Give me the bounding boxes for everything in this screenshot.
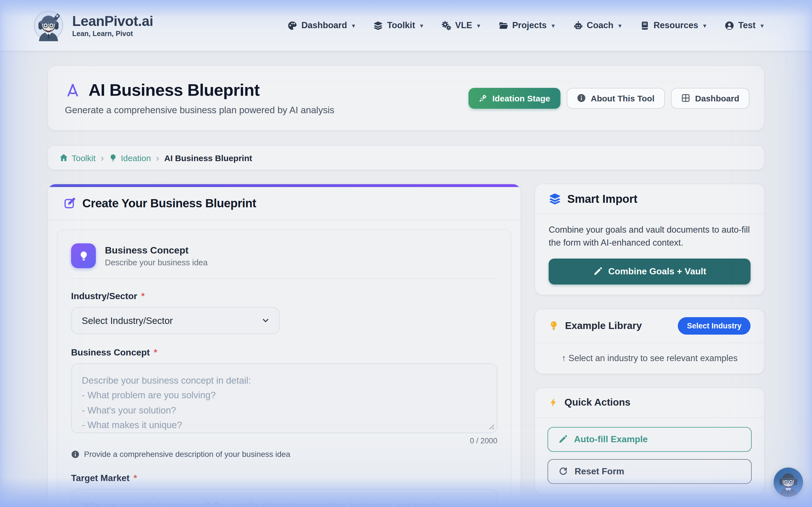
nav-label: Test	[738, 20, 755, 31]
book-icon	[640, 20, 650, 30]
chevron-down-icon	[261, 316, 270, 325]
nav-menu: Dashboard ▾ Toolkit ▾ VLE ▾ Projects ▾ C…	[288, 20, 763, 31]
autofill-example-label: Auto-fill Example	[574, 434, 648, 444]
breadcrumb-label: Toolkit	[71, 153, 96, 163]
target-market-label: Target Market*	[71, 473, 497, 483]
concept-help: Provide a comprehensive description of y…	[71, 450, 497, 459]
assistant-mascot-button[interactable]	[774, 467, 803, 497]
layers-icon	[373, 20, 383, 30]
breadcrumb-separator: ›	[101, 153, 104, 163]
nav-item-resources[interactable]: Resources ▾	[640, 20, 706, 31]
chevron-down-icon: ▾	[352, 22, 355, 29]
app-viewport: LeanPivot.ai Lean, Learn, Pivot Dashboar…	[0, 0, 812, 507]
chevron-down-icon: ▾	[552, 22, 555, 29]
home-icon	[59, 153, 68, 162]
lightbulb-icon	[109, 154, 117, 162]
concept-textarea[interactable]	[71, 363, 497, 433]
nav-label: Toolkit	[387, 20, 415, 31]
rocket-icon	[479, 94, 487, 102]
nav-item-projects[interactable]: Projects ▾	[499, 20, 555, 31]
breadcrumb-label: Ideation	[121, 153, 151, 163]
required-asterisk: *	[141, 291, 145, 301]
palette-icon	[288, 20, 297, 30]
nav-label: Projects	[512, 20, 547, 31]
select-industry-button[interactable]: Select Industry	[678, 317, 751, 334]
chevron-down-icon: ▾	[477, 22, 480, 29]
gears-icon	[442, 20, 451, 30]
lightning-icon	[549, 398, 558, 407]
pencil-icon	[558, 435, 567, 444]
chevron-down-icon: ▾	[619, 22, 621, 29]
lightbulb-icon	[78, 250, 89, 261]
chevron-down-icon: ▾	[420, 22, 423, 29]
nav-item-toolkit[interactable]: Toolkit ▾	[373, 20, 423, 31]
compass-tool-icon	[65, 82, 81, 98]
breadcrumb-separator: ›	[156, 153, 159, 163]
accent-topbar	[48, 184, 520, 187]
refresh-icon	[558, 466, 568, 476]
about-tool-label: About This Tool	[591, 93, 654, 103]
breadcrumb-toolkit[interactable]: Toolkit	[59, 153, 96, 163]
pencil-icon	[593, 267, 602, 276]
top-nav: LeanPivot.ai Lean, Learn, Pivot Dashboar…	[0, 0, 812, 51]
mascot-avatar	[774, 467, 803, 497]
brand-tagline: Lean, Learn, Pivot	[72, 30, 153, 38]
up-arrow-icon: ↑	[562, 353, 566, 362]
quick-actions-card: Quick Actions Auto-fill Example Reset Fo…	[535, 387, 765, 494]
industry-select[interactable]: Select Industry/Sector	[71, 307, 280, 334]
reset-form-button[interactable]: Reset Form	[548, 459, 752, 484]
info-icon	[576, 94, 586, 103]
blueprint-form-card: Create Your Business Blueprint Business …	[47, 184, 521, 507]
nav-label: Dashboard	[301, 20, 347, 31]
nav-label: Resources	[654, 20, 698, 31]
chevron-down-icon: ▾	[761, 22, 763, 29]
breadcrumb: Toolkit › Ideation › AI Business Bluepri…	[47, 145, 765, 170]
combine-goals-vault-button[interactable]: Combine Goals + Vault	[549, 258, 751, 284]
nav-item-coach[interactable]: Coach ▾	[573, 20, 621, 31]
example-library-empty-text: Select an industry to see relevant examp…	[568, 353, 738, 362]
resize-grip-icon[interactable]	[488, 424, 495, 430]
ideation-stage-label: Ideation Stage	[492, 93, 550, 103]
nav-item-vle[interactable]: VLE ▾	[442, 20, 480, 31]
nav-label: Coach	[587, 20, 613, 31]
combine-goals-vault-label: Combine Goals + Vault	[608, 266, 706, 276]
char-counter: 0 / 2000	[71, 437, 497, 445]
brand-title: LeanPivot.ai	[72, 13, 153, 29]
autofill-example-button[interactable]: Auto-fill Example	[548, 427, 752, 452]
page-title: AI Business Blueprint	[89, 80, 260, 100]
concept-label: Business Concept*	[71, 348, 497, 358]
ideation-stage-button[interactable]: Ideation Stage	[469, 88, 560, 108]
lightbulb-icon	[549, 321, 559, 331]
smart-import-card: Smart Import Combine your goals and vaul…	[535, 184, 765, 295]
pencil-square-icon	[64, 197, 76, 210]
info-icon	[71, 450, 80, 458]
nav-item-user[interactable]: Test ▾	[725, 20, 763, 31]
nav-item-dashboard[interactable]: Dashboard ▾	[288, 20, 355, 31]
robot-icon	[573, 20, 583, 30]
breadcrumb-ideation[interactable]: Ideation	[109, 153, 151, 163]
example-library-title: Example Library	[565, 320, 642, 332]
grid-icon	[681, 94, 690, 103]
layers-icon	[549, 193, 561, 205]
required-asterisk: *	[154, 348, 157, 358]
quick-actions-title: Quick Actions	[564, 397, 630, 408]
nav-label: VLE	[455, 20, 472, 31]
sidebar: Smart Import Combine your goals and vaul…	[535, 184, 765, 507]
chevron-down-icon: ▾	[703, 22, 706, 29]
target-market-textarea[interactable]	[71, 489, 497, 507]
section-icon-tile	[71, 243, 96, 268]
page-subtitle: Generate a comprehensive business plan p…	[65, 105, 335, 115]
hero-card: AI Business Blueprint Generate a compreh…	[47, 65, 765, 131]
section-title: Business Concept	[105, 245, 207, 256]
dashboard-button-label: Dashboard	[695, 93, 739, 103]
folder-open-icon	[499, 20, 508, 30]
dashboard-button[interactable]: Dashboard	[671, 88, 749, 108]
brand-logo[interactable]: LeanPivot.ai Lean, Learn, Pivot	[32, 8, 153, 43]
smart-import-description: Combine your goals and vault documents t…	[549, 223, 751, 249]
breadcrumb-current: AI Business Blueprint	[164, 153, 252, 163]
example-library-empty-state: ↑ Select an industry to see relevant exa…	[535, 343, 764, 373]
brand-text: LeanPivot.ai Lean, Learn, Pivot	[72, 13, 153, 38]
about-tool-button[interactable]: About This Tool	[566, 88, 665, 108]
required-asterisk: *	[133, 473, 137, 483]
smart-import-title: Smart Import	[567, 192, 638, 205]
